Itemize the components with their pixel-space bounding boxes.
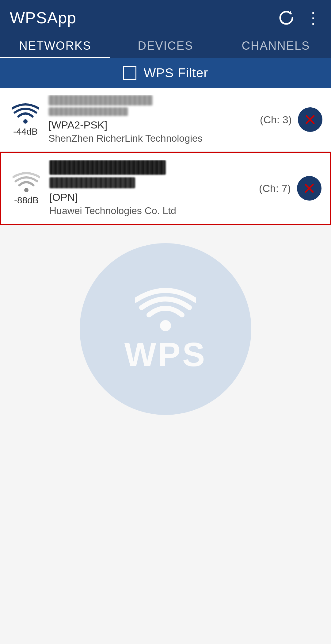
network-info-1: [WPA2-PSK] ShenZhen RicherLink Technolog… xyxy=(42,95,260,144)
app-title: WPSApp xyxy=(10,9,76,27)
svg-point-7 xyxy=(160,320,171,331)
channel-badge-2: (Ch: 7) xyxy=(259,182,291,194)
network-vendor-1: ShenZhen RicherLink Technologies xyxy=(48,133,254,144)
filter-bar: WPS Filter xyxy=(0,58,331,88)
network-security-2: [OPN] xyxy=(49,191,253,203)
network-ssid-blurred-1 xyxy=(48,95,153,105)
wps-circle: WPS xyxy=(80,243,251,415)
wps-wifi-watermark-icon xyxy=(135,284,196,333)
svg-point-4 xyxy=(24,188,29,192)
channel-badge-1: (Ch: 3) xyxy=(260,114,292,126)
network-ssid-blurred-1b xyxy=(48,107,128,116)
network-item-2[interactable]: -88dB [OPN] Huawei Technologies Co. Ltd … xyxy=(0,152,331,225)
tab-devices[interactable]: DEVICES xyxy=(110,32,221,58)
wps-filter-label: WPS Filter xyxy=(144,66,208,80)
signal-db-1: -44dB xyxy=(13,126,38,137)
wifi-icon-weak xyxy=(13,171,40,194)
app-header: WPSApp ⋮ xyxy=(0,0,331,32)
wps-filter-checkbox[interactable] xyxy=(123,66,136,80)
empty-space xyxy=(0,427,331,611)
network-security-1: [WPA2-PSK] xyxy=(48,119,254,131)
wps-watermark: WPS xyxy=(0,225,331,427)
wps-watermark-text: WPS xyxy=(124,335,207,374)
network-vendor-2: Huawei Technologies Co. Ltd xyxy=(49,205,253,217)
network-info-2: [OPN] Huawei Technologies Co. Ltd xyxy=(43,160,259,217)
remove-network-2-button[interactable] xyxy=(297,176,321,201)
header-actions: ⋮ xyxy=(277,9,321,27)
tab-networks[interactable]: NETWORKS xyxy=(0,32,110,58)
network-list: -44dB [WPA2-PSK] ShenZhen RicherLink Tec… xyxy=(0,88,331,225)
network-item-1[interactable]: -44dB [WPA2-PSK] ShenZhen RicherLink Tec… xyxy=(0,88,331,152)
wifi-signal-2: -88dB xyxy=(10,171,43,205)
tab-channels[interactable]: CHANNELS xyxy=(221,32,331,58)
remove-network-1-button[interactable] xyxy=(298,107,322,132)
network-ssid-blurred-2b xyxy=(49,177,135,188)
svg-point-1 xyxy=(23,119,28,124)
signal-db-2: -88dB xyxy=(14,195,39,205)
network-ssid-blurred-2a xyxy=(49,160,166,175)
refresh-icon[interactable] xyxy=(277,9,295,27)
wifi-icon-strong xyxy=(12,102,39,125)
tab-bar: NETWORKS DEVICES CHANNELS xyxy=(0,32,331,58)
more-options-icon[interactable]: ⋮ xyxy=(305,10,321,26)
wifi-signal-1: -44dB xyxy=(9,102,42,137)
